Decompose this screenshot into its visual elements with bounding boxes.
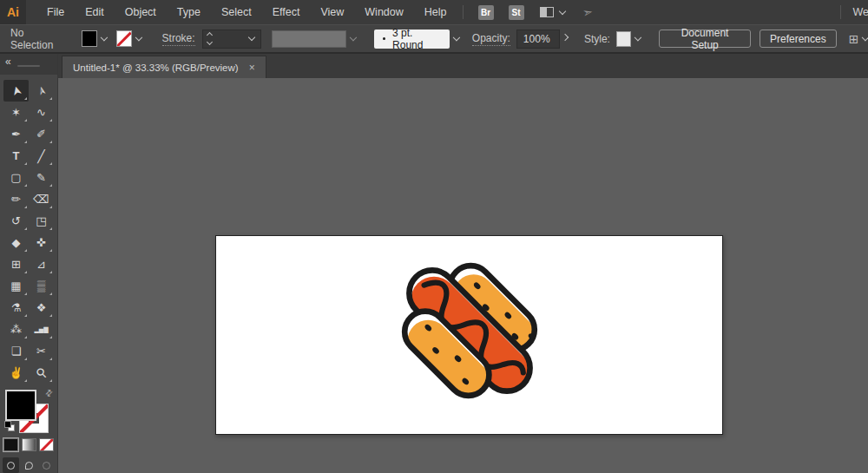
artboard-icon: ❏ bbox=[11, 345, 22, 357]
menu-item-edit[interactable]: Edit bbox=[85, 6, 104, 18]
eraser-tool[interactable]: ⌫ bbox=[29, 188, 54, 210]
chevron-down-icon[interactable] bbox=[453, 34, 460, 41]
scale-icon: ◳ bbox=[36, 215, 46, 227]
rectangle-tool[interactable]: ▢ bbox=[3, 167, 29, 188]
menu-item-view[interactable]: View bbox=[320, 6, 344, 18]
fill-stroke-indicator: ⇄ bbox=[4, 389, 53, 433]
stroke-color-swatch[interactable] bbox=[116, 30, 132, 47]
direct-selection-icon: ➢ bbox=[34, 84, 49, 97]
menu-item-help[interactable]: Help bbox=[424, 6, 447, 18]
collapse-panel-button[interactable]: « bbox=[5, 56, 10, 68]
chevron-down-icon bbox=[349, 34, 356, 41]
menu-item-file[interactable]: File bbox=[47, 6, 64, 18]
preferences-button[interactable]: Preferences bbox=[760, 30, 837, 48]
chevron-down-icon[interactable] bbox=[862, 34, 868, 41]
stock-button[interactable]: St bbox=[509, 5, 524, 20]
arrange-documents-icon[interactable] bbox=[540, 7, 554, 17]
opacity-value-field[interactable]: 100% bbox=[516, 30, 560, 49]
fill-color-swatch[interactable] bbox=[82, 30, 97, 47]
fill-proxy-swatch[interactable] bbox=[5, 390, 36, 421]
draw-normal-button[interactable] bbox=[3, 457, 19, 473]
width-tool[interactable]: ◆ bbox=[3, 232, 29, 253]
divider bbox=[840, 5, 841, 19]
hotdog-illustration[interactable] bbox=[387, 248, 552, 413]
puppet-warp-icon: ✜ bbox=[36, 237, 46, 248]
stroke-weight-field[interactable] bbox=[202, 30, 261, 49]
drawing-mode-row bbox=[3, 457, 55, 473]
chevron-down-icon[interactable] bbox=[634, 34, 641, 41]
stroke-label[interactable]: Stroke: bbox=[162, 32, 195, 46]
shaper-tool[interactable]: ✏ bbox=[3, 188, 29, 210]
type-tool[interactable]: T bbox=[3, 145, 29, 167]
column-graph-icon: ▂▅▇ bbox=[34, 326, 48, 332]
color-button[interactable] bbox=[3, 438, 18, 451]
artboard-tool[interactable]: ❏ bbox=[3, 340, 29, 362]
artboard[interactable] bbox=[215, 235, 723, 435]
hand-tool[interactable]: ✌ bbox=[3, 362, 29, 384]
close-tab-icon[interactable]: × bbox=[249, 62, 255, 74]
brush-definition-button[interactable]: 3 pt. Round bbox=[374, 30, 450, 49]
gradient-tool[interactable]: ▒ bbox=[29, 275, 54, 297]
chevron-down-icon[interactable] bbox=[558, 7, 565, 14]
app-logo: Ai bbox=[0, 0, 26, 24]
shape-builder-tool[interactable]: ⊞ bbox=[3, 253, 29, 275]
opacity-value[interactable]: 100% bbox=[523, 33, 550, 45]
magic-wand-tool[interactable]: ✶ bbox=[3, 102, 29, 123]
perspective-grid-tool[interactable]: ⊿ bbox=[29, 253, 54, 275]
menu-item-select[interactable]: Select bbox=[221, 6, 252, 18]
document-column: Untitled-1* @ 33.33% (RGB/Preview) × bbox=[58, 54, 868, 473]
chevron-down-icon[interactable] bbox=[101, 34, 108, 41]
menu-item-type[interactable]: Type bbox=[177, 6, 201, 18]
touch-workspace-icon[interactable]: ➣ bbox=[581, 4, 594, 20]
zoom-tool[interactable]: ⚲ bbox=[29, 362, 54, 384]
opacity-expand-button[interactable] bbox=[560, 30, 571, 49]
paintbrush-icon: ✎ bbox=[36, 172, 46, 183]
canvas[interactable] bbox=[58, 78, 868, 473]
stroke-weight-stepper[interactable] bbox=[203, 33, 216, 44]
workspace-area: « ➤➢✶∿✒✐T╱▢✎✏⌫↺◳◆✜⊞⊿▦▒⚗❖⁂▂▅▇❏✂✌⚲ ⇄ bbox=[0, 54, 868, 473]
rotate-icon: ↺ bbox=[11, 215, 21, 227]
lasso-tool[interactable]: ∿ bbox=[29, 102, 54, 123]
blend-tool[interactable]: ❖ bbox=[29, 297, 54, 319]
pen-icon: ✒ bbox=[11, 128, 21, 140]
column-graph-tool[interactable]: ▂▅▇ bbox=[29, 319, 54, 340]
line-segment-tool[interactable]: ╱ bbox=[29, 145, 54, 167]
chevron-down-icon[interactable] bbox=[135, 34, 142, 41]
draw-behind-button[interactable] bbox=[21, 457, 37, 473]
bridge-button[interactable]: Br bbox=[478, 5, 494, 20]
align-options-icon[interactable]: ⊞ bbox=[849, 32, 859, 46]
default-fill-stroke-icon[interactable] bbox=[4, 421, 15, 431]
eyedropper-tool[interactable]: ⚗ bbox=[3, 297, 29, 319]
symbol-sprayer-tool[interactable]: ⁂ bbox=[3, 319, 29, 340]
line-segment-icon: ╱ bbox=[37, 150, 44, 162]
gradient-button[interactable] bbox=[22, 438, 36, 451]
curvature-tool[interactable]: ✐ bbox=[29, 123, 54, 145]
scale-tool[interactable]: ◳ bbox=[29, 210, 54, 232]
symbol-sprayer-icon: ⁂ bbox=[10, 324, 22, 335]
color-mode-row bbox=[3, 438, 54, 451]
direct-selection-tool[interactable]: ➢ bbox=[29, 80, 54, 102]
menu-item-window[interactable]: Window bbox=[365, 6, 403, 18]
document-tab[interactable]: Untitled-1* @ 33.33% (RGB/Preview) × bbox=[62, 56, 266, 78]
menu-item-object[interactable]: Object bbox=[125, 6, 156, 18]
slice-tool[interactable]: ✂ bbox=[29, 340, 54, 362]
rectangle-icon: ▢ bbox=[10, 172, 21, 183]
workspace-switcher[interactable]: Web bbox=[853, 6, 868, 18]
panel-grip[interactable] bbox=[17, 65, 40, 67]
selection-tool[interactable]: ➤ bbox=[3, 80, 29, 102]
menu: FileEditObjectTypeSelectEffectViewWindow… bbox=[26, 6, 447, 18]
chevron-down-icon[interactable] bbox=[247, 34, 254, 41]
style-swatch[interactable] bbox=[616, 31, 631, 47]
paintbrush-tool[interactable]: ✎ bbox=[29, 167, 54, 188]
swap-fill-stroke-icon[interactable]: ⇄ bbox=[43, 387, 55, 399]
opacity-label[interactable]: Opacity: bbox=[472, 32, 510, 46]
curvature-icon: ✐ bbox=[36, 128, 46, 140]
pen-tool[interactable]: ✒ bbox=[3, 123, 29, 145]
menu-item-effect[interactable]: Effect bbox=[273, 6, 300, 18]
document-setup-button[interactable]: Document Setup bbox=[659, 30, 751, 48]
control-bar: No Selection Stroke: 3 pt. Round Opacity… bbox=[0, 24, 868, 54]
none-button[interactable] bbox=[39, 438, 54, 451]
mesh-tool[interactable]: ▦ bbox=[3, 275, 29, 297]
rotate-tool[interactable]: ↺ bbox=[3, 210, 29, 232]
puppet-warp-tool[interactable]: ✜ bbox=[29, 232, 54, 253]
